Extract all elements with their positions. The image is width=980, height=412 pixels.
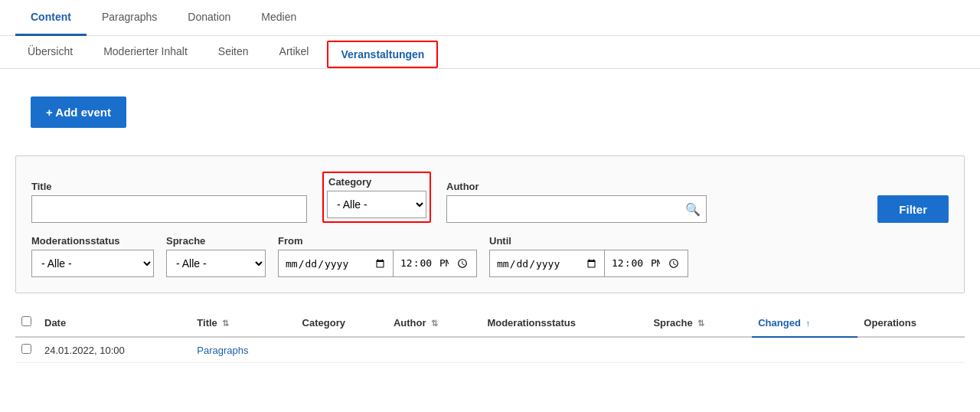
subtab-artikel[interactable]: Artikel bbox=[264, 36, 325, 69]
row-operations bbox=[858, 337, 965, 363]
add-event-button[interactable]: + Add event bbox=[31, 96, 126, 128]
col-author[interactable]: Author ⇅ bbox=[387, 309, 481, 337]
author-field-group: Author 🔍 bbox=[446, 181, 707, 223]
modstatus-label: Moderationsstatus bbox=[31, 235, 154, 247]
title-sort-icon: ⇅ bbox=[222, 319, 229, 328]
from-label: From bbox=[278, 235, 477, 247]
tab-paragraphs[interactable]: Paragraphs bbox=[87, 0, 172, 36]
col-title-label: Title bbox=[197, 317, 217, 329]
select-all-col bbox=[15, 309, 38, 337]
tab-medien[interactable]: Medien bbox=[246, 0, 312, 36]
subtab-seiten[interactable]: Seiten bbox=[203, 36, 264, 69]
subtab-moderierter[interactable]: Moderierter Inhalt bbox=[88, 36, 203, 69]
table-section: Date Title ⇅ Category Author ⇅ Moderatio… bbox=[15, 309, 965, 363]
row-date: 24.01.2022, 10:00 bbox=[38, 337, 191, 363]
title-field-group: Title bbox=[31, 181, 307, 223]
table-header-row: Date Title ⇅ Category Author ⇅ Moderatio… bbox=[15, 309, 965, 337]
col-modstatus-label: Moderationsstatus bbox=[487, 317, 576, 329]
col-modstatus: Moderationsstatus bbox=[481, 309, 647, 337]
category-field-wrapper: Category - Alle - bbox=[322, 172, 431, 223]
row-checkbox[interactable] bbox=[21, 344, 31, 354]
col-author-label: Author bbox=[394, 317, 426, 329]
top-tabs: Content Paragraphs Donation Medien bbox=[0, 0, 980, 36]
filter-section: Title Category - Alle - Author 🔍 Filter … bbox=[15, 155, 965, 293]
tab-content[interactable]: Content bbox=[15, 0, 87, 36]
author-sort-icon: ⇅ bbox=[431, 319, 438, 328]
col-date: Date bbox=[38, 309, 191, 337]
filter-button[interactable]: Filter bbox=[877, 195, 949, 223]
until-label: Until bbox=[489, 235, 688, 247]
tab-donation[interactable]: Donation bbox=[172, 0, 246, 36]
modstatus-field-group: Moderationsstatus - Alle - bbox=[31, 235, 154, 277]
sprache-label: Sprache bbox=[166, 235, 266, 247]
col-changed[interactable]: Changed ↑ bbox=[752, 309, 858, 337]
from-date-input[interactable] bbox=[278, 250, 393, 277]
col-sprache[interactable]: Sprache ⇅ bbox=[647, 309, 752, 337]
changed-sort-icon: ↑ bbox=[805, 319, 810, 328]
until-time-input[interactable] bbox=[604, 250, 688, 277]
title-input[interactable] bbox=[31, 195, 307, 223]
col-category: Category bbox=[296, 309, 387, 337]
col-operations-label: Operations bbox=[864, 317, 916, 329]
subtab-veranstaltungen[interactable]: Veranstaltungen bbox=[327, 41, 438, 68]
sprache-field-group: Sprache - Alle - bbox=[166, 235, 266, 277]
col-title[interactable]: Title ⇅ bbox=[191, 309, 296, 337]
row-sprache bbox=[647, 337, 752, 363]
author-search-icon: 🔍 bbox=[685, 202, 701, 217]
row-author bbox=[387, 337, 481, 363]
author-input[interactable] bbox=[446, 195, 707, 223]
col-date-label: Date bbox=[44, 317, 66, 329]
row-category bbox=[296, 337, 387, 363]
from-field-group: From bbox=[278, 235, 477, 277]
sprache-select[interactable]: - Alle - bbox=[166, 250, 266, 277]
until-date-input[interactable] bbox=[489, 250, 604, 277]
until-field-group: Until bbox=[489, 235, 688, 277]
modstatus-select[interactable]: - Alle - bbox=[31, 250, 154, 277]
row-modstatus bbox=[481, 337, 647, 363]
subtab-ubersicht[interactable]: Übersicht bbox=[12, 36, 88, 69]
title-label: Title bbox=[31, 181, 307, 192]
col-category-label: Category bbox=[302, 317, 345, 329]
events-table: Date Title ⇅ Category Author ⇅ Moderatio… bbox=[15, 309, 965, 363]
from-time-input[interactable] bbox=[393, 250, 477, 277]
row-title-link[interactable]: Paragraphs bbox=[197, 345, 248, 356]
select-all-checkbox[interactable] bbox=[21, 316, 31, 326]
row-changed bbox=[752, 337, 858, 363]
sprache-sort-icon: ⇅ bbox=[697, 319, 704, 328]
row-checkbox-cell bbox=[15, 337, 38, 363]
col-operations: Operations bbox=[858, 309, 965, 337]
row-title: Paragraphs bbox=[191, 337, 296, 363]
table-row: 24.01.2022, 10:00 Paragraphs bbox=[15, 337, 965, 363]
author-label: Author bbox=[446, 181, 707, 192]
category-label: Category bbox=[327, 176, 426, 188]
sub-tabs: Übersicht Moderierter Inhalt Seiten Arti… bbox=[0, 36, 980, 69]
category-select[interactable]: - Alle - bbox=[327, 191, 426, 218]
col-changed-label: Changed bbox=[758, 317, 801, 329]
col-sprache-label: Sprache bbox=[653, 317, 692, 329]
